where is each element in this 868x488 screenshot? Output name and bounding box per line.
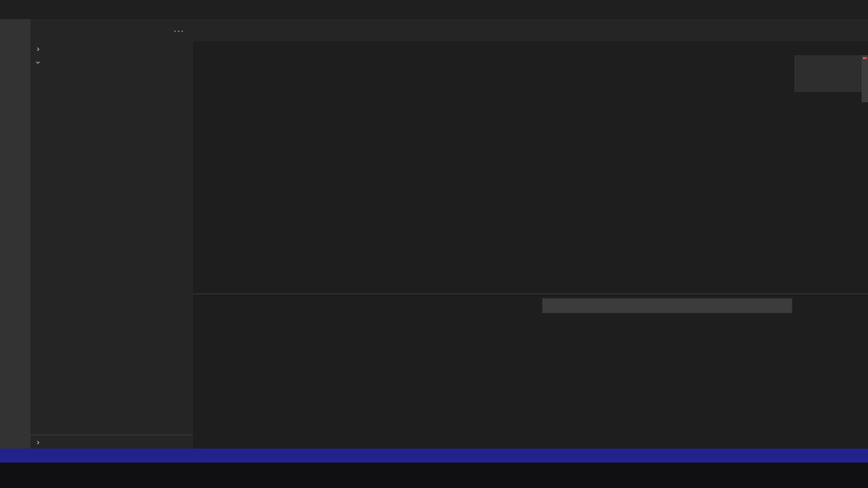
windows-taskbar [0,463,868,488]
problems-filter-input[interactable] [547,301,787,310]
sidebar-header: ··· [31,19,193,41]
code-editor[interactable] [193,55,868,294]
workbench: ··· › › › [0,19,868,449]
activity-bar [0,19,31,449]
status-bar [0,449,868,463]
open-editors-section[interactable]: › [31,41,193,55]
outline-section[interactable]: › [31,435,193,449]
editor-tab-bar [193,19,868,41]
chevron-right-icon: › [33,44,43,53]
explorer-sidebar: ··· › › › [31,19,193,449]
problems-filter[interactable] [542,298,792,313]
editor-group [193,19,868,449]
overview-ruler-error-mark [863,57,867,59]
bottom-panel [193,294,868,449]
vscode-window: ··· › › › [0,0,868,488]
breadcrumb [193,41,868,55]
minimap-viewport[interactable] [794,55,862,92]
workspace-section[interactable]: › [31,55,193,69]
title-bar [0,0,868,19]
editor-scrollbar[interactable] [862,55,868,102]
problems-list [193,316,868,449]
chevron-right-icon: › [33,437,43,447]
more-actions-icon[interactable]: ··· [173,25,184,36]
vscode-logo-icon [6,4,18,15]
file-tree [31,69,193,435]
minimap[interactable] [794,55,862,294]
chevron-down-icon: › [34,57,43,67]
